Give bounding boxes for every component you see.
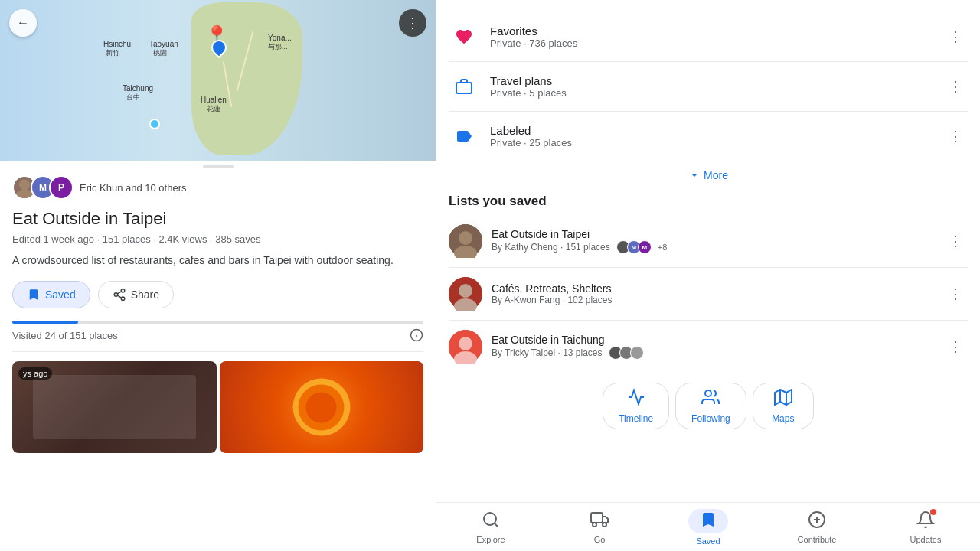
list-item-favorites[interactable]: Favorites Private · 736 places ⋮	[449, 12, 968, 62]
right-scroll: Favorites Private · 736 places ⋮ Travel …	[436, 0, 980, 502]
labeled-name: Labeled	[490, 124, 943, 137]
progress-text: Visited 24 of 151 places	[12, 328, 423, 342]
tab-go[interactable]: Go	[545, 503, 654, 551]
map-label-yona-zh: 与那...	[268, 42, 288, 52]
list-meta: Edited 1 week ago · 151 places · 2.4K vi…	[12, 233, 423, 245]
progress-section: Visited 24 of 151 places	[12, 321, 423, 342]
saved-list-cafes[interactable]: Cafés, Retreats, Shelters By A-Kwon Fang…	[449, 268, 968, 321]
photo-item-1[interactable]: ys ago	[12, 361, 217, 453]
saved-list-info-1: Eat Outside in Taipei By Kathy Cheng · 1…	[492, 228, 943, 254]
svg-point-15	[459, 284, 472, 298]
map-label-taichung: Taichung	[122, 84, 153, 93]
labeled-more-button[interactable]: ⋮	[943, 124, 968, 148]
map-label-hualien-zh: 花蓮	[207, 104, 220, 114]
saved-list-more-3[interactable]: ⋮	[943, 334, 968, 359]
svg-point-3	[114, 293, 118, 297]
saved-lists-section: Lists you saved Eat Outside in Taipei By…	[449, 184, 968, 373]
saved-list-avatar-3	[449, 330, 482, 364]
svg-point-24	[484, 513, 496, 525]
photo-item-2[interactable]	[220, 361, 424, 453]
svg-point-27	[593, 523, 596, 527]
svg-point-12	[459, 231, 472, 245]
saved-list-name-3: Eat Outside in Taichung	[492, 334, 943, 346]
contributors-text: Eric Khun and 10 others	[80, 182, 186, 194]
mini-avatar-tc-3	[630, 346, 644, 360]
updates-icon-container	[916, 510, 935, 532]
map-label-taichung-zh: 台中	[126, 93, 140, 103]
photos-row: ys ago	[12, 361, 423, 453]
contributors-row: M P Eric Khun and 10 others	[12, 175, 423, 200]
map-more-button[interactable]: ⋮	[399, 9, 426, 37]
saved-list-more-2[interactable]: ⋮	[943, 282, 968, 306]
saved-list-taichung[interactable]: Eat Outside in Taichung By Tricky Taipei…	[449, 321, 968, 373]
saved-icon-container	[688, 509, 728, 533]
updates-label: Updates	[910, 535, 942, 544]
more-row[interactable]: More	[449, 161, 968, 184]
contribute-label: Contribute	[798, 535, 837, 544]
tab-updates[interactable]: Updates	[871, 503, 980, 551]
saved-list-eat-taipei[interactable]: Eat Outside in Taipei By Kathy Cheng · 1…	[449, 215, 968, 268]
tab-explore[interactable]: Explore	[436, 503, 545, 551]
favorites-icon	[449, 21, 479, 52]
contribute-icon	[808, 510, 826, 529]
explore-icon	[482, 510, 500, 529]
go-label: Go	[594, 535, 606, 544]
saved-list-by-2: By A-Kwon Fang · 102 places	[492, 295, 612, 305]
chevron-down-icon	[688, 169, 701, 181]
saved-list-avatars-1: M M	[616, 240, 652, 254]
saved-list-meta-2: By A-Kwon Fang · 102 places	[492, 295, 943, 305]
map-label-hsinchu: Hsinchu	[103, 40, 131, 48]
timeline-label: Timeline	[619, 413, 653, 424]
map-label-taoyuan: Taoyuan	[149, 40, 178, 48]
saved-lists-title: Lists you saved	[449, 184, 968, 215]
list-item-labeled[interactable]: Labeled Private · 25 places ⋮	[449, 112, 968, 161]
saved-list-name-2: Cafés, Retreats, Shelters	[492, 282, 943, 295]
svg-point-18	[459, 337, 472, 350]
bookmark-icon	[27, 288, 41, 302]
scroll-indicator	[203, 165, 234, 168]
my-lists-section: Favorites Private · 736 places ⋮ Travel …	[449, 0, 968, 184]
map-label-hualien: Hualien	[201, 96, 227, 104]
divider-1	[12, 351, 423, 352]
tab-contribute[interactable]: Contribute	[763, 503, 871, 551]
saved-button[interactable]: Saved	[12, 281, 90, 308]
following-label: Following	[691, 413, 730, 424]
map-label-yona: Yona...	[268, 34, 292, 42]
following-tab[interactable]: Following	[675, 383, 746, 429]
progress-label: Visited 24 of 151 places	[12, 330, 118, 341]
maps-tab[interactable]: Maps	[753, 383, 814, 429]
saved-list-more-1[interactable]: ⋮	[943, 229, 968, 253]
tab-saved[interactable]: Saved	[654, 503, 763, 551]
travel-info: Travel plans Private · 5 places	[490, 74, 943, 99]
travel-more-button[interactable]: ⋮	[943, 74, 968, 99]
info-icon	[410, 328, 423, 342]
back-button[interactable]: ←	[9, 9, 37, 37]
favorites-name: Favorites	[490, 24, 943, 37]
timeline-tab[interactable]: Timeline	[603, 383, 669, 429]
list-item-travel[interactable]: Travel plans Private · 5 places ⋮	[449, 62, 968, 112]
label-icon	[449, 121, 479, 152]
maps-label: Maps	[772, 413, 794, 424]
avatar-stack: M P	[12, 175, 74, 200]
svg-point-20	[705, 390, 711, 396]
svg-point-28	[603, 523, 606, 527]
content-scroll: M P Eric Khun and 10 others Eat Outside …	[0, 172, 436, 551]
svg-point-4	[121, 297, 125, 301]
share-button[interactable]: Share	[98, 281, 174, 308]
saved-list-meta-1: By Kathy Cheng · 151 places M M +8	[492, 240, 943, 254]
left-panel: Hsinchu 新竹 Taoyuan 桃園 Taichung 台中 Hualie…	[0, 0, 436, 551]
saved-list-by-1: By Kathy Cheng · 151 places	[492, 242, 610, 253]
explore-label: Explore	[476, 535, 505, 544]
svg-point-0	[19, 180, 30, 191]
progress-bar-container	[12, 321, 423, 324]
explore-icon-container	[482, 510, 500, 532]
favorites-more-button[interactable]: ⋮	[943, 24, 968, 49]
saved-list-avatars-3	[609, 346, 644, 360]
travel-sub: Private · 5 places	[490, 87, 943, 99]
svg-line-5	[117, 295, 121, 298]
travel-icon	[449, 71, 479, 102]
photo-badge: ys ago	[18, 367, 52, 380]
svg-line-25	[495, 523, 498, 526]
svg-rect-26	[591, 513, 603, 523]
back-icon: ←	[17, 16, 29, 30]
